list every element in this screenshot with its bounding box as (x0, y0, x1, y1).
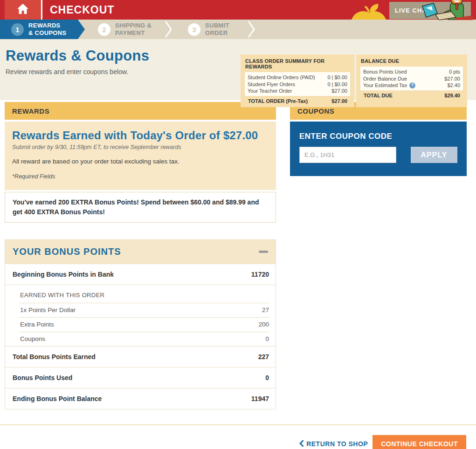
chevron-left-icon (299, 440, 304, 448)
step-2-number: 2 (98, 23, 110, 36)
checkout-steps: 1 REWARDS& COUPONS 2 SHIPPING &PAYMENT 3… (0, 20, 476, 39)
rewards-tax-note: All reward are based on your order total… (12, 158, 269, 165)
apple-icon (349, 4, 388, 20)
class-order-summary-title: CLASS ORDER SUMMARY FOR REWARDS (245, 58, 351, 69)
page-header-title: CHECKOUT (50, 4, 114, 16)
apply-coupon-button[interactable]: APPLY (411, 147, 457, 163)
bonus-points-table: Beginning Bonus Points in Bank 11720 EAR… (5, 264, 276, 409)
table-row-total-earned: Total Bonus Points Earned 227 (5, 347, 276, 367)
table-row-extra-points: Extra Points 200 (5, 317, 276, 332)
summary-row: Bonus Points Used 0 pts (363, 68, 460, 75)
coupon-code-input[interactable] (299, 147, 396, 163)
collapse-minus-icon[interactable] (259, 251, 268, 253)
step-2-label: SHIPPING &PAYMENT (115, 22, 152, 37)
step-1-label: REWARDS& COUPONS (28, 22, 66, 37)
step-3-number: 3 (188, 23, 200, 36)
return-to-shop-link[interactable]: RETURN TO SHOP (299, 440, 368, 448)
balance-due-box: BALANCE DUE Bonus Points Used 0 pts Orde… (356, 54, 467, 107)
page-intro-section: Rewards & Coupons Review rewards and ent… (0, 39, 476, 100)
summary-row: Your Teacher Order $27.00 (248, 88, 347, 95)
class-order-summary-box: CLASS ORDER SUMMARY FOR REWARDS Student … (241, 54, 354, 107)
step-1-number: 1 (11, 23, 24, 36)
step-separator-chevron (165, 20, 172, 39)
rewards-section-body: Rewards Earned with Today's Order of $27… (5, 122, 276, 190)
rewards-section-header: REWARDS (5, 102, 276, 120)
tax-help-icon[interactable]: ? (409, 82, 415, 88)
step-submit-order[interactable]: 3 SUBMITORDER (175, 20, 245, 39)
header-divider (41, 0, 42, 20)
bonus-points-earned-message: You've earned 200 EXTRA Bonus Points! Sp… (5, 192, 276, 223)
coupon-entry-box: ENTER COUPON CODE APPLY (290, 122, 467, 176)
step-separator-chevron (248, 20, 255, 39)
earned-with-order-label: EARNED WITH THIS ORDER (5, 285, 276, 303)
table-row-coupons: Coupons 0 (5, 332, 276, 346)
step-shipping-payment[interactable]: 2 SHIPPING &PAYMENT (85, 20, 162, 39)
summary-row: Student Online Orders (PAID) 0 | $0.00 (248, 74, 347, 81)
balance-due-title: BALANCE DUE (361, 58, 463, 64)
total-due-row: TOTAL DUE $29.40 (360, 91, 463, 98)
checkout-header: CHECKOUT LIVE CHAT (0, 0, 476, 20)
total-order-row: TOTAL ORDER (Pre-Tax) $27.00 (244, 96, 351, 104)
step-rewards-coupons[interactable]: 1 REWARDS& COUPONS (0, 20, 85, 39)
table-row-points-per-dollar: 1x Points Per Dollar 27 (5, 303, 276, 317)
home-button[interactable] (5, 0, 41, 20)
your-bonus-points-section: YOUR BONUS POINTS Beginning Bonus Points… (5, 239, 276, 409)
summary-row: Your Estimated Tax ? $2.40 (363, 82, 460, 89)
summary-row: Order Balance Due $27.00 (363, 75, 460, 82)
rewards-earned-heading: Rewards Earned with Today's Order of $27… (12, 129, 269, 142)
bonus-points-title: YOUR BONUS POINTS (13, 246, 121, 257)
home-icon (17, 3, 29, 16)
table-row-ending-balance: Ending Bonus Point Balance 11947 (5, 388, 276, 409)
continue-checkout-button[interactable]: CONTINUE CHECKOUT (373, 435, 466, 449)
table-row-points-used: Bonus Points Used 0 (5, 367, 276, 388)
enter-coupon-code-label: ENTER COUPON CODE (299, 132, 457, 141)
required-fields-note: *Required Fields (12, 173, 269, 180)
live-chat-button[interactable]: LIVE CHAT (389, 2, 471, 19)
rewards-deadline-note: Submit order by 9/30, 11:59pm ET, to rec… (12, 144, 269, 150)
summary-row: Student Flyer Orders 0 | $0.00 (248, 81, 347, 88)
table-row-beginning-points: Beginning Bonus Points in Bank 11720 (5, 264, 276, 285)
live-chat-fox-illustration (421, 0, 473, 20)
step-3-label: SUBMITORDER (205, 22, 229, 37)
